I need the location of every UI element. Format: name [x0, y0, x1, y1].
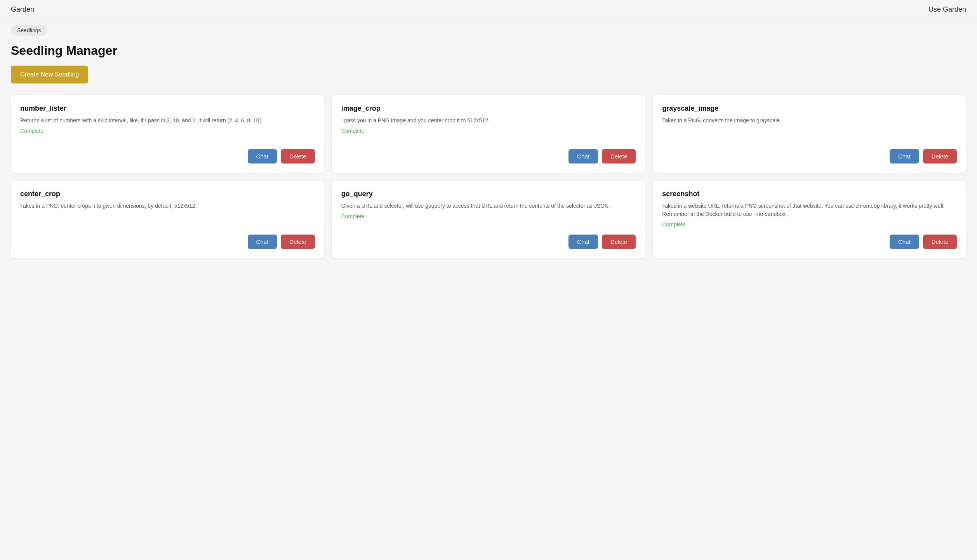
chat-button-go_query[interactable]: Chat [568, 235, 598, 249]
delete-button-go_query[interactable]: Delete [602, 235, 636, 249]
card-title-go_query: go_query [341, 190, 636, 198]
card-actions-center_crop: Chat Delete [20, 235, 315, 249]
main-content: Seedling Manager Create New Seedling num… [0, 36, 977, 274]
card-center_crop: center_crop Takes in a PNG, center crops… [11, 181, 324, 258]
create-new-seedling-button[interactable]: Create New Seedling [11, 66, 88, 83]
chat-button-image_crop[interactable]: Chat [568, 149, 598, 163]
breadcrumb-seedlings[interactable]: Seedlings [11, 25, 47, 36]
cards-grid: number_lister Returns a list of numbers … [11, 95, 966, 258]
delete-button-grayscale_image[interactable]: Delete [923, 149, 957, 163]
delete-button-screenshot[interactable]: Delete [923, 235, 957, 249]
card-title-number_lister: number_lister [20, 104, 315, 113]
card-grayscale_image: grayscale_image Takes in a PNG, converts… [653, 95, 966, 173]
card-title-center_crop: center_crop [20, 190, 315, 198]
card-actions-image_crop: Chat Delete [341, 149, 636, 163]
chat-button-screenshot[interactable]: Chat [890, 235, 919, 249]
card-description-screenshot: Takes in a website URL, returns a PNG sc… [662, 202, 957, 218]
card-status-screenshot: Complete [662, 221, 957, 228]
chat-button-number_lister[interactable]: Chat [248, 149, 277, 163]
card-screenshot: screenshot Takes in a website URL, retur… [653, 181, 966, 258]
nav-title: Garden [11, 5, 34, 14]
card-status-number_lister: Complete [20, 128, 315, 134]
card-actions-go_query: Chat Delete [341, 235, 636, 249]
delete-button-image_crop[interactable]: Delete [602, 149, 636, 163]
card-actions-number_lister: Chat Delete [20, 149, 315, 163]
card-number_lister: number_lister Returns a list of numbers … [11, 95, 324, 173]
chat-button-center_crop[interactable]: Chat [248, 235, 277, 249]
card-status-go_query: Complete [341, 213, 636, 219]
card-actions-screenshot: Chat Delete [662, 235, 957, 249]
card-description-go_query: Given a URL and selector, will use goque… [341, 202, 636, 210]
card-status-image_crop: Complete [341, 128, 636, 134]
card-title-screenshot: screenshot [662, 190, 957, 198]
card-description-center_crop: Takes in a PNG, center crops it to given… [20, 202, 315, 210]
card-go_query: go_query Given a URL and selector, will … [332, 181, 645, 258]
card-description-image_crop: I pass you in a PNG image and you center… [341, 117, 636, 125]
card-actions-grayscale_image: Chat Delete [662, 149, 957, 163]
card-image_crop: image_crop I pass you in a PNG image and… [332, 95, 645, 173]
card-title-image_crop: image_crop [341, 104, 636, 113]
page-title: Seedling Manager [11, 43, 966, 58]
card-title-grayscale_image: grayscale_image [662, 104, 957, 113]
top-nav: Garden Use Garden [0, 0, 977, 19]
use-garden-link[interactable]: Use Garden [928, 5, 966, 14]
delete-button-number_lister[interactable]: Delete [281, 149, 315, 163]
delete-button-center_crop[interactable]: Delete [281, 235, 315, 249]
card-description-grayscale_image: Takes in a PNG, converts the image to gr… [662, 117, 957, 125]
card-description-number_lister: Returns a list of numbers with a skip in… [20, 117, 315, 125]
breadcrumb-area: Seedlings [0, 19, 977, 36]
chat-button-grayscale_image[interactable]: Chat [890, 149, 919, 163]
